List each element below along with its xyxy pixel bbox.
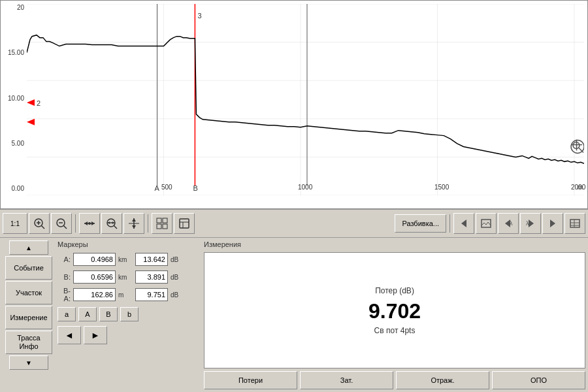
- svg-marker-42: [132, 218, 136, 221]
- markers-section: Маркеры A: km dB B: km dB B-A: m dB a: [57, 240, 201, 389]
- scroll-up-btn[interactable]: ▲: [9, 240, 48, 255]
- svg-marker-18: [27, 119, 35, 125]
- razb-btn[interactable]: Разбивка...: [395, 214, 446, 233]
- svg-text:λ: λ: [510, 220, 513, 227]
- left-buttons: ▲ Событие Участок Измерение Трасса Инфо …: [3, 240, 55, 389]
- measurement-sub-label: Св пот 4pts: [374, 326, 416, 335]
- chart-area: www.tehencom.com 20 15.00 10.00 5.00 0.0…: [0, 0, 588, 209]
- event-btn[interactable]: Событие: [5, 256, 52, 280]
- measurement-buttons: Потери Зат. Отраж. ОПО: [204, 371, 585, 389]
- grid-btn[interactable]: [152, 213, 172, 234]
- y-label-5: 5.00: [12, 140, 24, 147]
- nav-next-lambda-btn[interactable]: λ: [520, 213, 541, 234]
- svg-rect-45: [157, 218, 161, 223]
- marker-A-upper-btn[interactable]: A: [78, 307, 97, 321]
- scale-1-1-btn[interactable]: 1:1: [3, 213, 27, 234]
- svg-marker-16: [27, 99, 35, 106]
- svg-marker-39: [108, 221, 110, 224]
- marker-b-db-unit: dB: [171, 274, 178, 281]
- marker-ba-m-input[interactable]: [73, 288, 116, 301]
- nav-prev-page-btn[interactable]: [453, 213, 474, 234]
- nav-image-btn[interactable]: [476, 213, 497, 234]
- svg-line-37: [114, 226, 118, 229]
- svg-marker-58: [550, 220, 555, 227]
- measure-btn[interactable]: Измерение: [5, 306, 52, 329]
- svg-rect-48: [163, 224, 167, 229]
- svg-point-35: [88, 222, 91, 225]
- svg-marker-40: [112, 221, 114, 224]
- scroll-down-btn[interactable]: ▼: [9, 355, 48, 370]
- toolbar: 1:1 Разбивка... λ λ: [0, 209, 588, 238]
- marker-a-db-unit: dB: [171, 256, 178, 263]
- svg-text:2: 2: [37, 99, 41, 107]
- zoom-out-btn[interactable]: [51, 213, 72, 234]
- svg-line-30: [64, 226, 67, 229]
- measurements-section: Измерения Потер (dB) 9.702 Св пот 4pts П…: [204, 240, 585, 389]
- measurements-title: Измерения: [204, 240, 585, 248]
- marker-b-row: B: km dB: [57, 269, 201, 285]
- chart-content: A B 2 3 500 1000 1500 2000: [27, 4, 584, 195]
- marker-a-km-input[interactable]: [73, 253, 116, 266]
- svg-rect-47: [157, 224, 161, 229]
- y-label-15: 15.00: [8, 49, 24, 56]
- bottom-panel: ▲ Событие Участок Измерение Трасса Инфо …: [0, 238, 588, 392]
- atten-btn[interactable]: Зат.: [300, 371, 393, 389]
- nav-prev-lambda-btn[interactable]: λ: [498, 213, 519, 234]
- y-label-top: 20: [17, 4, 24, 11]
- loss-btn[interactable]: Потери: [204, 371, 297, 389]
- marker-prev-btn[interactable]: ◄: [57, 326, 81, 344]
- svg-marker-34: [91, 221, 95, 225]
- svg-text:A: A: [155, 184, 160, 192]
- nav-table-btn[interactable]: [564, 213, 585, 234]
- svg-rect-46: [163, 218, 167, 223]
- measurement-main-value: 9.702: [368, 299, 421, 323]
- chart-svg: A B 2 3: [27, 4, 584, 195]
- measurement-box: Потер (dB) 9.702 Св пот 4pts: [204, 252, 585, 368]
- marker-a-lower-btn[interactable]: a: [57, 307, 76, 321]
- pan-horizontal-btn[interactable]: [79, 213, 100, 234]
- reflect-btn[interactable]: Отраж.: [396, 371, 489, 389]
- marker-b-lower-btn[interactable]: b: [120, 307, 139, 321]
- markers-title: Маркеры: [57, 240, 201, 248]
- pan-vertical-btn[interactable]: [123, 213, 144, 234]
- zoom-range-btn[interactable]: [101, 213, 122, 234]
- marker-ba-row: B-A: m dB: [57, 287, 201, 302]
- marker-a-label: A:: [57, 255, 71, 263]
- y-label-10: 10.00: [8, 95, 24, 102]
- marker-b-km-input[interactable]: [73, 270, 116, 284]
- marker-a-km-unit: km: [118, 256, 133, 263]
- svg-rect-49: [180, 219, 189, 228]
- nav-next-page-btn[interactable]: [542, 213, 563, 234]
- marker-a-db-input[interactable]: [135, 253, 168, 266]
- marker-ba-label: B-A:: [57, 287, 71, 302]
- zoom-in-btn[interactable]: [29, 213, 50, 234]
- marker-B-upper-btn[interactable]: B: [99, 307, 118, 321]
- opo-btn[interactable]: ОПО: [492, 371, 585, 389]
- svg-text:λ: λ: [526, 220, 529, 227]
- marker-b-km-unit: km: [118, 274, 133, 281]
- svg-marker-56: [529, 220, 534, 227]
- marker-ba-db-input[interactable]: [135, 288, 168, 301]
- svg-rect-59: [570, 220, 580, 227]
- section-btn[interactable]: Участок: [5, 281, 52, 304]
- marker-ba-m-unit: m: [118, 291, 133, 299]
- svg-marker-52: [461, 220, 466, 227]
- sep-3: [449, 214, 450, 233]
- svg-text:3: 3: [197, 12, 201, 20]
- marker-b-db-input[interactable]: [135, 270, 168, 284]
- measurement-main-label: Потер (dB): [375, 286, 414, 295]
- sep-1: [75, 214, 76, 233]
- settings-btn[interactable]: [174, 213, 195, 234]
- marker-next-btn[interactable]: ►: [84, 326, 107, 344]
- marker-nav-buttons: a A B b: [57, 307, 201, 321]
- marker-a-row: A: km dB: [57, 252, 201, 267]
- trace-info-btn[interactable]: Трасса Инфо: [5, 331, 52, 354]
- svg-marker-43: [132, 225, 136, 229]
- marker-ba-db-unit: dB: [171, 291, 178, 299]
- svg-line-26: [42, 226, 45, 229]
- y-axis: 20 15.00 10.00 5.00 0.00: [1, 1, 27, 195]
- marker-arrow-buttons: ◄ ►: [57, 326, 201, 344]
- svg-marker-33: [84, 221, 88, 225]
- y-label-0: 0.00: [12, 185, 24, 192]
- sep-2: [148, 214, 148, 233]
